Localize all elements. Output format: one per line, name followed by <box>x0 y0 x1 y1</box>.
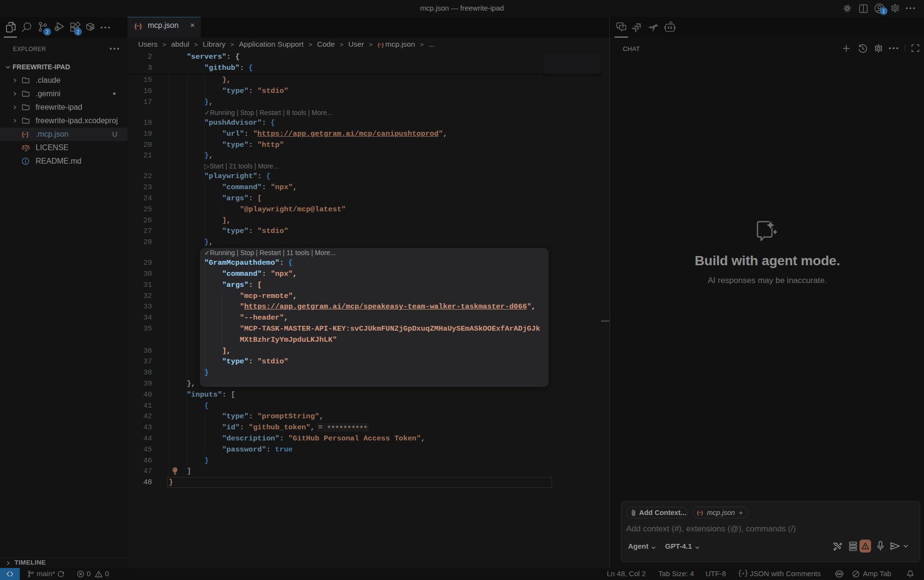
svg-text:2: 2 <box>46 29 49 35</box>
svg-text:2: 2 <box>77 29 79 35</box>
svg-text:1: 1 <box>882 9 885 14</box>
